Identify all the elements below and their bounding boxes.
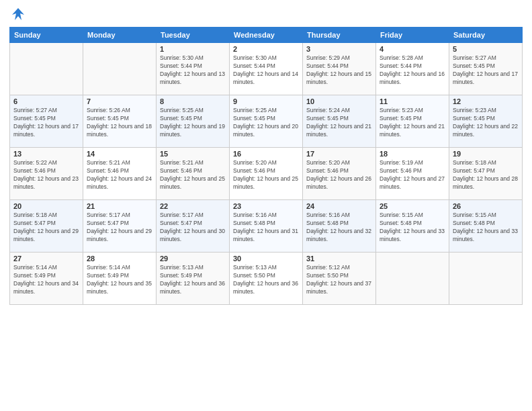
day-info: Sunrise: 5:21 AMSunset: 5:46 PMDaylight:…: [160, 159, 226, 191]
day-number: 4: [380, 45, 445, 53]
calendar-day-header: Thursday: [303, 28, 376, 43]
calendar-cell: 19Sunrise: 5:18 AMSunset: 5:47 PMDayligh…: [449, 148, 523, 200]
calendar-header-row: SundayMondayTuesdayWednesdayThursdayFrid…: [10, 28, 523, 43]
day-number: 6: [13, 97, 79, 105]
calendar-cell: 28Sunrise: 5:14 AMSunset: 5:49 PMDayligh…: [83, 253, 157, 305]
day-info: Sunrise: 5:21 AMSunset: 5:46 PMDaylight:…: [87, 159, 152, 191]
calendar-day-header: Friday: [376, 28, 449, 43]
day-info: Sunrise: 5:19 AMSunset: 5:46 PMDaylight:…: [380, 159, 445, 191]
day-number: 14: [87, 150, 152, 158]
calendar-cell: 12Sunrise: 5:23 AMSunset: 5:45 PMDayligh…: [449, 95, 523, 148]
calendar-cell: 26Sunrise: 5:15 AMSunset: 5:48 PMDayligh…: [449, 200, 523, 253]
calendar-cell: 29Sunrise: 5:13 AMSunset: 5:49 PMDayligh…: [157, 253, 230, 305]
calendar-cell: 27Sunrise: 5:14 AMSunset: 5:49 PMDayligh…: [10, 253, 83, 305]
calendar-cell: 24Sunrise: 5:16 AMSunset: 5:48 PMDayligh…: [303, 200, 376, 253]
day-info: Sunrise: 5:30 AMSunset: 5:44 PMDaylight:…: [160, 54, 226, 87]
day-info: Sunrise: 5:16 AMSunset: 5:48 PMDaylight:…: [306, 212, 372, 244]
day-number: 28: [87, 255, 152, 263]
calendar-cell: 10Sunrise: 5:24 AMSunset: 5:45 PMDayligh…: [303, 95, 376, 148]
day-info: Sunrise: 5:12 AMSunset: 5:50 PMDaylight:…: [306, 264, 372, 296]
calendar-cell: 21Sunrise: 5:17 AMSunset: 5:47 PMDayligh…: [83, 200, 157, 253]
calendar-day-header: Saturday: [449, 28, 523, 43]
logo: [9, 7, 26, 21]
day-info: Sunrise: 5:27 AMSunset: 5:45 PMDaylight:…: [13, 107, 79, 139]
day-number: 20: [13, 202, 79, 210]
day-info: Sunrise: 5:20 AMSunset: 5:46 PMDaylight:…: [233, 159, 299, 191]
day-number: 3: [306, 45, 372, 53]
day-number: 8: [160, 97, 226, 105]
calendar-cell: 5Sunrise: 5:27 AMSunset: 5:45 PMDaylight…: [449, 43, 523, 95]
day-info: Sunrise: 5:14 AMSunset: 5:49 PMDaylight:…: [87, 264, 152, 296]
day-info: Sunrise: 5:18 AMSunset: 5:47 PMDaylight:…: [13, 212, 79, 244]
calendar-cell: 25Sunrise: 5:15 AMSunset: 5:48 PMDayligh…: [376, 200, 449, 253]
day-number: 17: [306, 150, 372, 158]
day-info: Sunrise: 5:17 AMSunset: 5:47 PMDaylight:…: [160, 212, 226, 244]
calendar-cell: 30Sunrise: 5:13 AMSunset: 5:50 PMDayligh…: [230, 253, 303, 305]
day-info: Sunrise: 5:15 AMSunset: 5:48 PMDaylight:…: [453, 212, 519, 244]
calendar-week-row: 13Sunrise: 5:22 AMSunset: 5:46 PMDayligh…: [10, 148, 523, 200]
day-info: Sunrise: 5:20 AMSunset: 5:46 PMDaylight:…: [306, 159, 372, 191]
calendar-cell: 6Sunrise: 5:27 AMSunset: 5:45 PMDaylight…: [10, 95, 83, 148]
day-info: Sunrise: 5:30 AMSunset: 5:44 PMDaylight:…: [233, 54, 299, 87]
day-info: Sunrise: 5:25 AMSunset: 5:45 PMDaylight:…: [160, 107, 226, 139]
calendar-cell: [83, 43, 157, 95]
day-info: Sunrise: 5:17 AMSunset: 5:47 PMDaylight:…: [87, 212, 152, 244]
day-number: 7: [87, 97, 152, 105]
day-info: Sunrise: 5:26 AMSunset: 5:45 PMDaylight:…: [87, 107, 152, 139]
day-number: 26: [453, 202, 519, 210]
day-number: 22: [160, 202, 226, 210]
day-number: 1: [160, 45, 226, 53]
day-number: 5: [453, 45, 519, 53]
calendar-week-row: 20Sunrise: 5:18 AMSunset: 5:47 PMDayligh…: [10, 200, 523, 253]
day-info: Sunrise: 5:22 AMSunset: 5:46 PMDaylight:…: [13, 159, 79, 191]
calendar-day-header: Tuesday: [157, 28, 230, 43]
calendar-cell: 23Sunrise: 5:16 AMSunset: 5:48 PMDayligh…: [230, 200, 303, 253]
calendar-week-row: 27Sunrise: 5:14 AMSunset: 5:49 PMDayligh…: [10, 253, 523, 305]
day-number: 24: [306, 202, 372, 210]
calendar-day-header: Monday: [83, 28, 157, 43]
day-info: Sunrise: 5:14 AMSunset: 5:49 PMDaylight:…: [13, 264, 79, 296]
calendar-cell: [449, 253, 523, 305]
calendar-cell: 20Sunrise: 5:18 AMSunset: 5:47 PMDayligh…: [10, 200, 83, 253]
logo-bird-icon: [11, 7, 26, 21]
day-info: Sunrise: 5:23 AMSunset: 5:45 PMDaylight:…: [453, 107, 519, 139]
calendar-cell: 18Sunrise: 5:19 AMSunset: 5:46 PMDayligh…: [376, 148, 449, 200]
day-number: 21: [87, 202, 152, 210]
day-number: 16: [233, 150, 299, 158]
day-number: 19: [453, 150, 519, 158]
day-number: 30: [233, 255, 299, 263]
day-number: 27: [13, 255, 79, 263]
calendar-day-header: Sunday: [10, 28, 83, 43]
calendar-cell: 1Sunrise: 5:30 AMSunset: 5:44 PMDaylight…: [157, 43, 230, 95]
calendar-cell: [10, 43, 83, 95]
day-number: 15: [160, 150, 226, 158]
day-number: 2: [233, 45, 299, 53]
day-number: 13: [13, 150, 79, 158]
calendar-table: SundayMondayTuesdayWednesdayThursdayFrid…: [9, 27, 523, 305]
day-info: Sunrise: 5:16 AMSunset: 5:48 PMDaylight:…: [233, 212, 299, 244]
day-info: Sunrise: 5:24 AMSunset: 5:45 PMDaylight:…: [306, 107, 372, 139]
calendar-cell: 14Sunrise: 5:21 AMSunset: 5:46 PMDayligh…: [83, 148, 157, 200]
calendar-cell: 3Sunrise: 5:29 AMSunset: 5:44 PMDaylight…: [303, 43, 376, 95]
day-number: 9: [233, 97, 299, 105]
calendar-cell: 22Sunrise: 5:17 AMSunset: 5:47 PMDayligh…: [157, 200, 230, 253]
header: [9, 7, 523, 21]
day-info: Sunrise: 5:25 AMSunset: 5:45 PMDaylight:…: [233, 107, 299, 139]
svg-marker-0: [12, 8, 24, 20]
day-number: 12: [453, 97, 519, 105]
calendar-cell: 17Sunrise: 5:20 AMSunset: 5:46 PMDayligh…: [303, 148, 376, 200]
day-info: Sunrise: 5:18 AMSunset: 5:47 PMDaylight:…: [453, 159, 519, 191]
day-number: 23: [233, 202, 299, 210]
day-info: Sunrise: 5:27 AMSunset: 5:45 PMDaylight:…: [453, 54, 519, 87]
page: SundayMondayTuesdayWednesdayThursdayFrid…: [0, 0, 532, 411]
day-info: Sunrise: 5:13 AMSunset: 5:50 PMDaylight:…: [233, 264, 299, 296]
calendar-week-row: 6Sunrise: 5:27 AMSunset: 5:45 PMDaylight…: [10, 95, 523, 148]
calendar-cell: 31Sunrise: 5:12 AMSunset: 5:50 PMDayligh…: [303, 253, 376, 305]
day-info: Sunrise: 5:15 AMSunset: 5:48 PMDaylight:…: [380, 212, 445, 244]
calendar-week-row: 1Sunrise: 5:30 AMSunset: 5:44 PMDaylight…: [10, 43, 523, 95]
calendar-cell: 11Sunrise: 5:23 AMSunset: 5:45 PMDayligh…: [376, 95, 449, 148]
day-number: 25: [380, 202, 445, 210]
calendar-cell: 15Sunrise: 5:21 AMSunset: 5:46 PMDayligh…: [157, 148, 230, 200]
day-info: Sunrise: 5:29 AMSunset: 5:44 PMDaylight:…: [306, 54, 372, 87]
day-info: Sunrise: 5:28 AMSunset: 5:44 PMDaylight:…: [380, 54, 445, 87]
